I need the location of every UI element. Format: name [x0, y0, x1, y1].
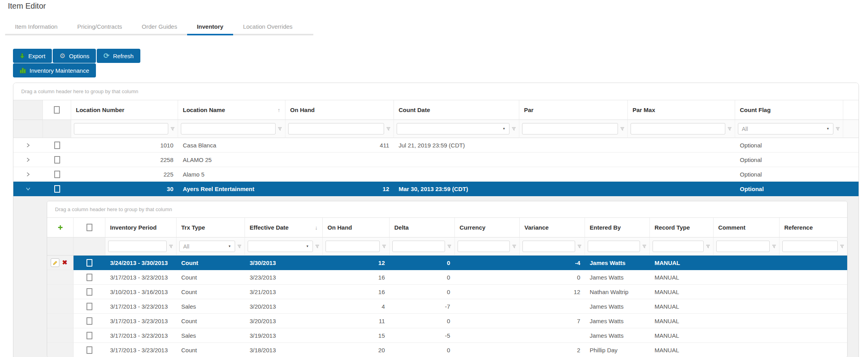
- row-checkbox[interactable]: [86, 303, 92, 310]
- column-header-currency[interactable]: Currency: [455, 218, 520, 237]
- row-checkbox-cell[interactable]: [43, 182, 71, 196]
- row-checkbox[interactable]: [86, 346, 92, 354]
- row-checkbox-cell[interactable]: [74, 299, 105, 314]
- location-row-alamo-5[interactable]: 225 Alamo 5 Optional: [13, 167, 859, 182]
- on-hand-filter-input[interactable]: [326, 241, 380, 252]
- location-name-filter-input[interactable]: [181, 123, 276, 134]
- column-header-location-number[interactable]: Location Number: [71, 100, 178, 120]
- filter-funnel-icon[interactable]: [835, 127, 840, 131]
- tab-order-guides[interactable]: Order Guides: [132, 20, 187, 34]
- column-header-reference[interactable]: Reference: [780, 218, 847, 237]
- column-header-record-type[interactable]: Record Type: [650, 218, 714, 237]
- currency-filter-input[interactable]: [458, 241, 510, 252]
- tab-pricing-contracts[interactable]: Pricing/Contracts: [67, 20, 132, 34]
- count-flag-filter-select[interactable]: All▼: [738, 123, 833, 134]
- column-header-on-hand[interactable]: On Hand: [285, 100, 394, 120]
- variance-filter-input[interactable]: [522, 241, 575, 252]
- location-number-filter-input[interactable]: [74, 123, 168, 134]
- transaction-row[interactable]: 3/17/2013 - 3/23/2013 Count 3/23/2013 16…: [47, 270, 847, 285]
- column-header-count-date[interactable]: Count Date: [394, 100, 519, 120]
- filter-funnel-icon[interactable]: [772, 244, 776, 249]
- add-row-column-header[interactable]: [47, 218, 74, 237]
- row-checkbox-cell[interactable]: [74, 270, 105, 285]
- location-row-alamo-25[interactable]: 2258 ALAMO 25 Optional: [13, 153, 859, 167]
- select-all-column-header[interactable]: [74, 218, 105, 237]
- inventory-maintenance-button[interactable]: Inventory Maintenance: [13, 63, 96, 77]
- row-checkbox[interactable]: [54, 185, 60, 193]
- filter-funnel-icon[interactable]: [512, 244, 517, 249]
- column-header-count-flag[interactable]: Count Flag: [735, 100, 843, 120]
- expand-cell[interactable]: [13, 138, 43, 153]
- filter-funnel-icon[interactable]: [278, 127, 282, 131]
- column-header-par-max[interactable]: Par Max: [628, 100, 735, 120]
- column-header-on-hand[interactable]: On Hand: [323, 218, 390, 237]
- transaction-row[interactable]: 3/17/2013 - 3/23/2013 Count 3/18/2013 20…: [47, 343, 847, 357]
- entered-by-filter-input[interactable]: [588, 241, 640, 252]
- filter-funnel-icon[interactable]: [170, 127, 175, 131]
- location-row-ayers-reel-entertainment[interactable]: 30 Ayers Reel Entertainment 12 Mar 30, 2…: [13, 182, 859, 196]
- row-checkbox-cell[interactable]: [74, 328, 105, 343]
- column-header-location-name[interactable]: Location Name↑: [178, 100, 285, 120]
- effective-date-filter-select[interactable]: ▼: [248, 241, 313, 252]
- location-row-casa-blanca[interactable]: 1010 Casa Blanca 411 Jul 21, 2019 23:59 …: [13, 138, 859, 153]
- row-checkbox[interactable]: [54, 142, 60, 149]
- transactions-group-panel[interactable]: Drag a column header here to group by th…: [47, 201, 847, 218]
- filter-funnel-icon[interactable]: [169, 244, 173, 249]
- row-checkbox-cell[interactable]: [74, 343, 105, 357]
- filter-funnel-icon[interactable]: [706, 244, 710, 249]
- row-checkbox[interactable]: [54, 171, 60, 178]
- filter-funnel-icon[interactable]: [315, 244, 320, 249]
- select-all-checkbox[interactable]: [86, 224, 92, 231]
- filter-funnel-icon[interactable]: [237, 244, 242, 249]
- on-hand-filter-input[interactable]: [288, 123, 384, 134]
- row-checkbox-cell[interactable]: [74, 256, 105, 270]
- transaction-row[interactable]: 3/17/2013 - 3/23/2013 Sales 3/20/2013 4 …: [47, 299, 847, 314]
- row-checkbox-cell[interactable]: [43, 138, 71, 153]
- tab-item-information[interactable]: Item Information: [5, 20, 67, 34]
- transaction-row[interactable]: 3/17/2013 - 3/23/2013 Sales 3/19/2013 15…: [47, 328, 847, 343]
- row-checkbox[interactable]: [86, 288, 92, 296]
- collapse-cell[interactable]: [13, 182, 43, 196]
- inventory-period-filter-input[interactable]: [108, 241, 167, 252]
- record-type-filter-input[interactable]: [653, 241, 704, 252]
- filter-funnel-icon[interactable]: [511, 127, 516, 131]
- edit-icon[interactable]: [51, 258, 59, 267]
- select-all-column-header[interactable]: [43, 100, 71, 120]
- par-filter-input[interactable]: [522, 123, 618, 134]
- expand-cell[interactable]: [13, 153, 43, 167]
- tab-location-overrides[interactable]: Location Overrides: [233, 20, 302, 34]
- filter-funnel-icon[interactable]: [727, 127, 732, 131]
- locations-group-panel[interactable]: Drag a column header here to group by th…: [13, 83, 859, 100]
- column-header-delta[interactable]: Delta: [390, 218, 455, 237]
- comment-filter-input[interactable]: [716, 241, 770, 252]
- column-header-entered-by[interactable]: Entered By: [585, 218, 650, 237]
- row-checkbox-cell[interactable]: [43, 167, 71, 182]
- tab-inventory[interactable]: Inventory: [187, 20, 234, 34]
- column-header-inventory-period[interactable]: Inventory Period: [105, 218, 177, 237]
- count-date-filter-select[interactable]: ▼: [397, 123, 509, 134]
- row-checkbox[interactable]: [86, 332, 92, 339]
- row-checkbox-cell[interactable]: [74, 285, 105, 299]
- filter-funnel-icon[interactable]: [382, 244, 386, 249]
- transaction-row[interactable]: 3/17/2013 - 3/23/2013 Count 3/20/2013 11…: [47, 314, 847, 328]
- refresh-button[interactable]: ⟳ Refresh: [97, 49, 140, 63]
- filter-funnel-icon[interactable]: [577, 244, 582, 249]
- filter-funnel-icon[interactable]: [447, 244, 452, 249]
- delete-icon[interactable]: ✖: [62, 259, 67, 266]
- export-button[interactable]: Export: [13, 49, 52, 63]
- expand-cell[interactable]: [13, 167, 43, 182]
- trx-type-filter-select[interactable]: All▼: [179, 241, 235, 252]
- row-checkbox[interactable]: [86, 259, 92, 267]
- row-checkbox-cell[interactable]: [74, 314, 105, 328]
- row-checkbox[interactable]: [86, 317, 92, 325]
- reference-filter-input[interactable]: [782, 241, 838, 252]
- column-header-trx-type[interactable]: Trx Type: [177, 218, 245, 237]
- transaction-row[interactable]: ✖ 3/24/2013 - 3/30/2013 Count 3/30/2013 …: [47, 256, 847, 270]
- column-header-effective-date[interactable]: Effective Date↓: [245, 218, 323, 237]
- transaction-row[interactable]: 3/10/2013 - 3/16/2013 Count 3/21/2013 16…: [47, 285, 847, 299]
- row-checkbox-cell[interactable]: [43, 153, 71, 167]
- filter-funnel-icon[interactable]: [642, 244, 647, 249]
- par-max-filter-input[interactable]: [631, 123, 725, 134]
- delta-filter-input[interactable]: [392, 241, 445, 252]
- column-header-variance[interactable]: Variance: [520, 218, 585, 237]
